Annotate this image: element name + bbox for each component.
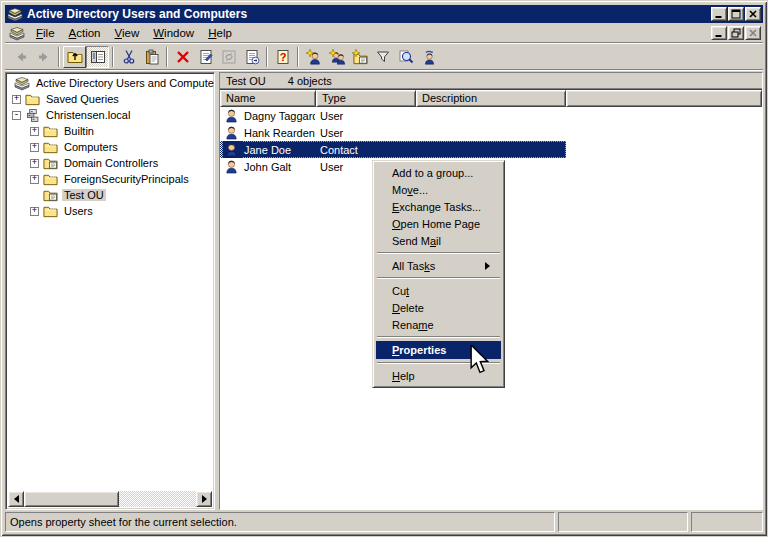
cell-name: John Galt (244, 161, 315, 173)
svg-text:?: ? (279, 51, 286, 63)
status-text: Opens property sheet for the current sel… (10, 516, 237, 528)
tree-expander[interactable]: + (30, 127, 39, 136)
toolbar-separator (112, 47, 114, 67)
child-minimize-button[interactable] (711, 26, 727, 40)
filter-options-button[interactable] (371, 46, 394, 68)
menu-item-all-tasks[interactable]: All Tasks (376, 257, 501, 274)
tree-item-christensen-local[interactable]: - Christensen.local (8, 107, 212, 123)
paste-button[interactable] (140, 46, 163, 68)
new-group-button[interactable] (325, 46, 348, 68)
menu-action[interactable]: Action (62, 25, 108, 41)
maximize-button[interactable] (728, 7, 744, 21)
tree-item-foreignsecurityprincipals[interactable]: + ForeignSecurityPrincipals (8, 171, 212, 187)
find-icon (398, 49, 414, 65)
scroll-right-button[interactable] (196, 491, 212, 507)
new-user-icon (306, 49, 322, 65)
menu-view[interactable]: View (108, 25, 147, 41)
tree-expander[interactable]: - (12, 111, 21, 120)
menu-file[interactable]: File (29, 25, 62, 41)
toolbar-separator (58, 47, 60, 67)
menu-item-label: Help (392, 370, 415, 382)
maximize-icon (731, 9, 741, 19)
show-hide-console-tree-icon (90, 49, 106, 65)
scrollbar-track[interactable] (119, 491, 196, 507)
tree-expander[interactable]: + (30, 143, 39, 152)
menu-bar: File Action View Window Help (5, 23, 763, 44)
menu-item-cut[interactable]: Cut (376, 282, 501, 299)
aduc-window: Active Directory Users and Computers Fil… (0, 0, 768, 537)
scroll-left-button[interactable] (8, 491, 24, 507)
menu-item-label: Exchange Tasks... (392, 201, 481, 213)
filter-icon (375, 49, 391, 65)
folder-icon (25, 92, 40, 107)
cut-button[interactable] (117, 46, 140, 68)
menu-item-open-home-page[interactable]: Open Home Page (376, 215, 501, 232)
menu-item-exchange-tasks[interactable]: Exchange Tasks... (376, 198, 501, 215)
list-row-jane-doe-selected[interactable]: Jane Doe Contact (220, 141, 762, 158)
organizational-unit-icon (43, 188, 58, 203)
switch-user-button[interactable] (417, 46, 440, 68)
menu-item-label: All Tasks (392, 260, 435, 272)
tree-expander[interactable]: + (30, 207, 39, 216)
user-icon (224, 125, 239, 140)
find-objects-button[interactable] (394, 46, 417, 68)
tree-item-label: Users (62, 205, 95, 217)
tree-expander[interactable]: + (12, 95, 21, 104)
scrollbar-thumb[interactable] (24, 491, 119, 507)
new-organizational-unit-button[interactable] (348, 46, 371, 68)
minimize-button[interactable] (711, 7, 727, 21)
new-organizational-unit-icon (352, 49, 368, 65)
folder-icon (43, 204, 58, 219)
folder-icon (43, 140, 58, 155)
up-one-level-button[interactable] (63, 46, 86, 68)
tree-expander[interactable]: + (30, 175, 39, 184)
child-close-button (745, 26, 761, 40)
menu-window[interactable]: Window (146, 25, 201, 41)
menu-item-send-mail[interactable]: Send Mail (376, 232, 501, 249)
child-restore-button[interactable] (728, 26, 744, 40)
status-text-panel: Opens property sheet for the current sel… (5, 512, 555, 532)
tree-item-root[interactable]: Active Directory Users and Computer (8, 75, 212, 91)
status-panel-2 (558, 512, 688, 532)
cell-type: Contact (315, 144, 415, 156)
status-panel-3 (691, 512, 763, 532)
mouse-cursor-icon (469, 345, 489, 375)
list-row-hank-rearden[interactable]: Hank Rearden User (220, 124, 762, 141)
cell-type: User (315, 127, 415, 139)
menu-item-add-to-a-group[interactable]: Add to a group... (376, 164, 501, 181)
export-list-button[interactable] (240, 46, 263, 68)
title-bar[interactable]: Active Directory Users and Computers (5, 5, 763, 23)
show-hide-console-tree-button[interactable] (86, 46, 109, 68)
menu-item-label: Send Mail (392, 235, 441, 247)
domain-icon (25, 108, 40, 123)
menu-separator (377, 252, 500, 254)
tree-expander[interactable]: + (30, 159, 39, 168)
tree-horizontal-scrollbar[interactable] (8, 491, 212, 507)
child-close-icon (748, 28, 758, 38)
tree-item-builtin[interactable]: + Builtin (8, 123, 212, 139)
menu-item-rename[interactable]: Rename (376, 316, 501, 333)
new-user-button[interactable] (302, 46, 325, 68)
list-column-headers: Name Type Description (220, 90, 762, 107)
column-header-description[interactable]: Description (416, 90, 566, 107)
tree-item-domain-controllers[interactable]: + Domain Controllers (8, 155, 212, 171)
column-header-type[interactable]: Type (316, 90, 416, 107)
menu-item-move[interactable]: Move... (376, 181, 501, 198)
menu-item-label: Move... (392, 184, 428, 196)
forward-icon (36, 49, 52, 65)
tree-item-computers[interactable]: + Computers (8, 139, 212, 155)
tree-item-test-ou[interactable]: Test OU (8, 187, 212, 203)
properties-button[interactable] (194, 46, 217, 68)
tree-item-saved-queries[interactable]: + Saved Queries (8, 91, 212, 107)
help-button[interactable]: ? (271, 46, 294, 68)
back-button (9, 46, 32, 68)
column-header-name[interactable]: Name (220, 90, 316, 107)
folder-icon (43, 172, 58, 187)
tree-item-users[interactable]: + Users (8, 203, 212, 219)
list-row-dagny-taggard[interactable]: Dagny Taggard User (220, 107, 762, 124)
close-button[interactable] (745, 7, 761, 21)
menu-item-delete[interactable]: Delete (376, 299, 501, 316)
menu-item-label: Delete (392, 302, 424, 314)
delete-button[interactable] (171, 46, 194, 68)
menu-help[interactable]: Help (201, 25, 239, 41)
